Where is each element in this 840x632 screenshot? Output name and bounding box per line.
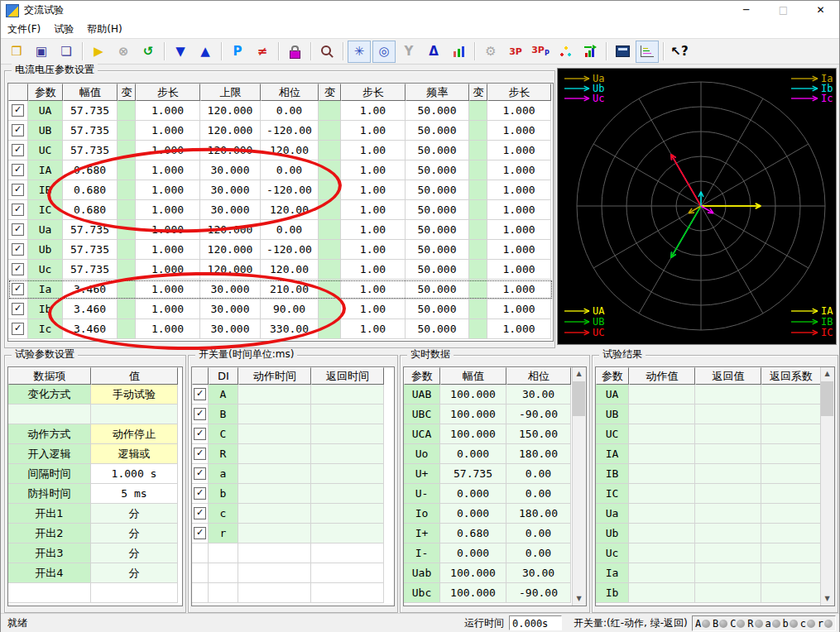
param-cell-phase[interactable]: 210.00	[261, 280, 319, 299]
checkbox-checked-icon[interactable]	[194, 428, 206, 440]
param-cell-amplitude[interactable]: 57.735	[63, 121, 118, 141]
menu-item-1[interactable]: 试验	[47, 20, 80, 38]
param-cell-limit[interactable]: 30.000	[200, 200, 261, 220]
param-cell-phase[interactable]: -120.00	[261, 121, 319, 141]
checkbox-checked-icon[interactable]	[12, 144, 24, 156]
row-checkbox-cell[interactable]	[8, 200, 28, 220]
scroll-up-icon[interactable]	[821, 367, 833, 381]
phase-setting-button[interactable]: ≠	[251, 41, 274, 63]
test-param-value[interactable]: 分	[91, 524, 178, 543]
row-checkbox-cell[interactable]	[8, 180, 28, 200]
row-checkbox-cell[interactable]	[8, 260, 28, 280]
switch-checkbox-cell[interactable]	[192, 464, 209, 484]
param-cell-amplitude[interactable]: 57.735	[63, 220, 118, 240]
run-test-button[interactable]: ▶	[87, 41, 110, 63]
param-cell-freq[interactable]: 50.000	[406, 220, 469, 240]
undo-button[interactable]: ↺	[137, 41, 160, 63]
param-cell-param[interactable]: UA	[28, 101, 63, 121]
checkbox-checked-icon[interactable]	[12, 243, 24, 256]
close-button[interactable]: ✕	[802, 1, 839, 20]
param-cell-phase[interactable]: 90.00	[261, 299, 319, 319]
step-up-button[interactable]: ▲	[194, 41, 217, 63]
param-cell-freq[interactable]: 50.000	[406, 101, 469, 121]
param-cell-freq[interactable]: 50.000	[406, 200, 469, 220]
param-cell-step1[interactable]: 1.000	[136, 220, 200, 240]
param-cell-step3[interactable]: 1.000	[487, 160, 551, 180]
results-scrollbar[interactable]	[820, 367, 834, 606]
param-cell-amplitude[interactable]: 0.680	[63, 160, 118, 180]
param-cell-phase[interactable]: 120.00	[261, 260, 319, 280]
checkbox-checked-icon[interactable]	[12, 104, 24, 117]
menu-item-2[interactable]: 帮助(H)	[80, 20, 128, 38]
test-param-value[interactable]: 5 ms	[91, 484, 178, 504]
param-cell-freq[interactable]: 50.000	[406, 180, 469, 200]
param-cell-param[interactable]: Ua	[28, 220, 63, 240]
checkbox-checked-icon[interactable]	[12, 124, 24, 136]
param-cell-freq[interactable]: 50.000	[406, 319, 469, 339]
param-cell-step2[interactable]: 1.00	[341, 121, 406, 141]
switch-checkbox-cell[interactable]	[192, 524, 209, 543]
param-cell-step2[interactable]: 1.00	[341, 280, 406, 299]
checkbox-checked-icon[interactable]	[12, 164, 24, 176]
checkbox-checked-icon[interactable]	[12, 283, 24, 295]
save-report-button[interactable]: ❏	[55, 41, 78, 63]
param-cell-phase[interactable]: -120.00	[261, 180, 319, 200]
param-cell-amplitude[interactable]: 3.460	[63, 299, 118, 319]
param-cell-step3[interactable]: 1.000	[487, 121, 551, 141]
curve-view-button[interactable]	[636, 41, 659, 63]
param-cell-freq[interactable]: 50.000	[406, 299, 469, 319]
param-cell-step1[interactable]: 1.000	[136, 200, 200, 220]
param-cell-limit[interactable]: 120.000	[200, 240, 261, 260]
param-cell-limit[interactable]: 120.000	[200, 141, 261, 160]
checkbox-checked-icon[interactable]	[194, 527, 206, 539]
three-phase-button[interactable]: 3P	[504, 41, 527, 63]
param-cell-freq[interactable]: 50.000	[406, 121, 469, 141]
test-param-value[interactable]: 逻辑或	[91, 444, 178, 464]
param-cell-freq[interactable]: 50.000	[406, 160, 469, 180]
param-cell-phase[interactable]: -120.00	[261, 240, 319, 260]
param-cell-step3[interactable]: 1.000	[487, 101, 551, 121]
param-cell-step1[interactable]: 1.000	[136, 180, 200, 200]
scroll-down-icon[interactable]	[573, 592, 585, 606]
param-cell-param[interactable]: IC	[28, 200, 63, 220]
checkbox-checked-icon[interactable]	[194, 408, 206, 420]
checkbox-checked-icon[interactable]	[12, 184, 24, 196]
param-cell-amplitude[interactable]: 57.735	[63, 141, 118, 160]
param-cell-amplitude[interactable]: 0.680	[63, 180, 118, 200]
sequence-button[interactable]	[554, 41, 577, 63]
param-cell-step3[interactable]: 1.000	[487, 319, 551, 339]
param-cell-step2[interactable]: 1.00	[341, 299, 406, 319]
row-checkbox-cell[interactable]	[8, 121, 28, 141]
test-param-value[interactable]: 手动试验	[91, 385, 178, 405]
param-cell-phase[interactable]: 120.00	[261, 200, 319, 220]
param-cell-amplitude[interactable]: 57.735	[63, 101, 118, 121]
checkbox-checked-icon[interactable]	[12, 203, 24, 216]
step-down-button[interactable]: ▼	[169, 41, 192, 63]
param-cell-step3[interactable]: 1.000	[487, 220, 551, 240]
three-phase-p-button[interactable]: 3P	[529, 41, 552, 63]
row-checkbox-cell[interactable]	[8, 101, 28, 121]
param-cell-freq[interactable]: 50.000	[406, 240, 469, 260]
param-cell-amplitude[interactable]: 57.735	[63, 260, 118, 280]
param-cell-step1[interactable]: 1.000	[136, 141, 200, 160]
param-cell-param[interactable]: Ic	[28, 319, 63, 339]
switch-checkbox-cell[interactable]	[192, 385, 209, 405]
switch-checkbox-cell[interactable]	[192, 424, 209, 444]
param-cell-step3[interactable]: 1.000	[487, 141, 551, 160]
checkbox-checked-icon[interactable]	[194, 507, 206, 519]
scrollbar-thumb[interactable]	[821, 381, 833, 416]
param-cell-freq[interactable]: 50.000	[406, 260, 469, 280]
param-cell-limit[interactable]: 30.000	[200, 280, 261, 299]
param-cell-param[interactable]: Ub	[28, 240, 63, 260]
checkbox-checked-icon[interactable]	[12, 263, 24, 275]
zoom-button[interactable]	[315, 41, 338, 63]
param-cell-limit[interactable]: 30.000	[200, 180, 261, 200]
param-cell-phase[interactable]: 330.00	[261, 319, 319, 339]
param-cell-amplitude[interactable]: 3.460	[63, 319, 118, 339]
param-cell-step2[interactable]: 1.00	[341, 200, 406, 220]
param-cell-step3[interactable]: 1.000	[487, 299, 551, 319]
test-param-value[interactable]: 1.000 s	[91, 464, 178, 484]
lock-button[interactable]	[283, 41, 306, 63]
switch-checkbox-cell[interactable]	[192, 444, 209, 464]
param-cell-limit[interactable]: 30.000	[200, 299, 261, 319]
